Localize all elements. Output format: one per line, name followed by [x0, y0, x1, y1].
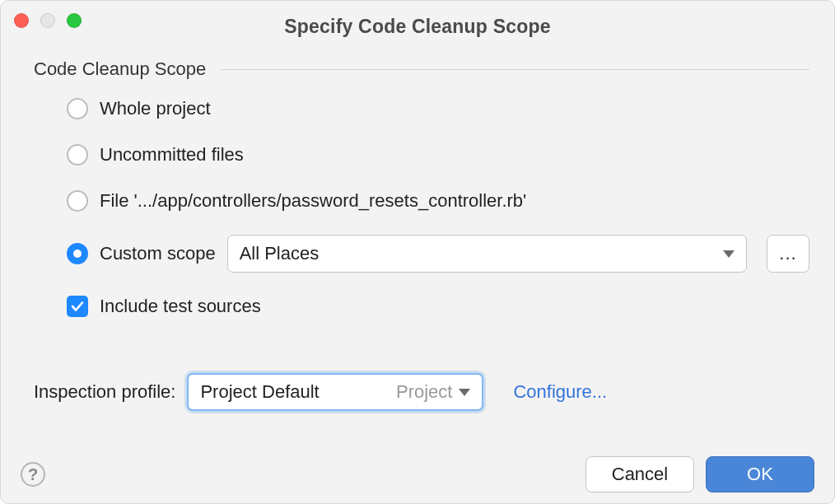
- more-label: ...: [779, 243, 796, 264]
- dialog-body: Code Cleanup Scope Whole project Uncommi…: [34, 58, 809, 319]
- dialog-footer: ? Cancel OK: [1, 446, 834, 503]
- titlebar: Specify Code Cleanup Scope: [1, 1, 834, 47]
- radio-icon: [67, 144, 88, 166]
- radio-file[interactable]: File '.../app/controllers/password_reset…: [67, 189, 809, 213]
- window-controls: [14, 13, 82, 28]
- minimize-icon: [40, 13, 55, 28]
- radio-icon-selected: [67, 243, 88, 264]
- radio-custom-scope[interactable]: Custom scope All Places ...: [67, 235, 809, 273]
- divider: [221, 69, 809, 70]
- inspection-profile-combo[interactable]: Project Default Project: [187, 373, 483, 411]
- radio-whole-project[interactable]: Whole project: [67, 96, 809, 121]
- button-label: Cancel: [612, 464, 668, 485]
- button-label: OK: [747, 464, 773, 485]
- radio-uncommitted-files[interactable]: Uncommitted files: [67, 142, 809, 167]
- chevron-down-icon: [723, 250, 735, 258]
- close-icon[interactable]: [14, 13, 29, 28]
- help-button[interactable]: ?: [21, 462, 45, 487]
- ok-button[interactable]: OK: [706, 456, 814, 492]
- radio-icon: [67, 190, 88, 212]
- custom-scope-combo[interactable]: All Places: [227, 235, 747, 273]
- group-header: Code Cleanup Scope: [34, 58, 809, 80]
- radio-label: Custom scope: [100, 243, 216, 264]
- radio-label: Whole project: [100, 98, 211, 119]
- custom-scope-more-button[interactable]: ...: [767, 235, 809, 273]
- group-label: Code Cleanup Scope: [34, 58, 206, 80]
- checkbox-include-tests[interactable]: Include test sources: [67, 294, 809, 319]
- help-icon: ?: [28, 465, 38, 484]
- dialog-window: Specify Code Cleanup Scope Code Cleanup …: [0, 0, 835, 504]
- combo-value: All Places: [240, 243, 716, 264]
- chevron-down-icon: [459, 389, 470, 396]
- inspection-profile-row: Inspection profile: Project Default Proj…: [34, 373, 607, 411]
- scope-options: Whole project Uncommitted files File '..…: [67, 96, 809, 319]
- combo-value: Project Default: [200, 381, 391, 403]
- checkbox-label: Include test sources: [100, 296, 261, 317]
- dialog-title: Specify Code Cleanup Scope: [1, 16, 834, 38]
- inspection-profile-label: Inspection profile:: [34, 381, 175, 403]
- zoom-icon[interactable]: [67, 13, 82, 28]
- checkbox-checked-icon: [67, 296, 88, 317]
- cancel-button[interactable]: Cancel: [585, 456, 694, 492]
- radio-icon: [67, 98, 88, 119]
- configure-link[interactable]: Configure...: [513, 381, 607, 403]
- radio-label: Uncommitted files: [100, 144, 244, 166]
- combo-subvalue: Project: [396, 381, 452, 403]
- radio-label: File '.../app/controllers/password_reset…: [100, 190, 526, 212]
